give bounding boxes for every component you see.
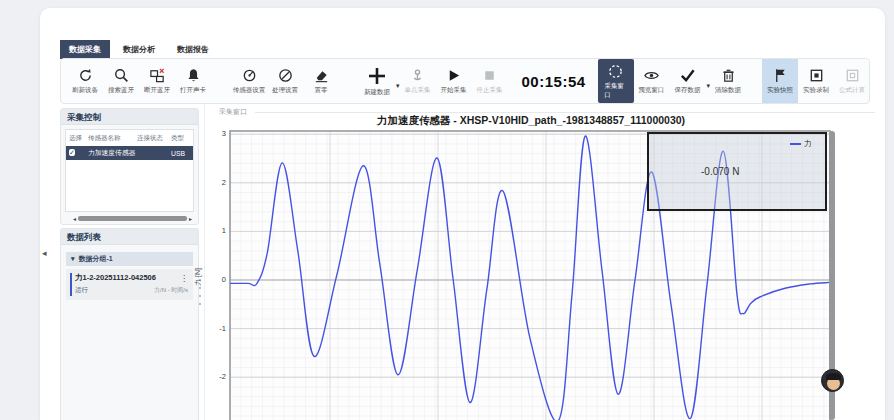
disconnect-bluetooth-button[interactable]: 断开蓝牙 (139, 59, 175, 103)
check-icon (678, 67, 697, 84)
col-select: 选择 (69, 134, 88, 143)
capture-control-panel: 采集控制 选择 传感器名称 连接状态 类型 ✓ 力加速度传感器 USB ◂ ▸ (60, 108, 199, 225)
eraser-icon (313, 67, 330, 84)
legend-label: 力 (804, 139, 812, 149)
y-tick-label: 1 (204, 226, 226, 235)
capture-control-header: 采集控制 (61, 109, 198, 125)
y-tick-label: -1 (204, 324, 226, 333)
y-axis-label: 力 [N] (193, 268, 203, 286)
edit-circle-icon (277, 67, 294, 84)
annotation-value: -0.070 N (701, 166, 739, 177)
flag-icon (772, 67, 789, 84)
data-list-header: 数据列表 (61, 229, 198, 245)
scroll-right-icon[interactable]: ▸ (189, 215, 192, 222)
record-icon (808, 67, 825, 84)
top-tab-bar: 数据采集 数据分析 数据报告 (60, 40, 218, 59)
y-tick-label: 3 (204, 129, 226, 138)
refresh-icon (77, 67, 94, 84)
stop-collect-button[interactable]: 停止采集 (472, 59, 508, 103)
new-data-group: 新建数据 ▾ (359, 59, 400, 103)
data-item-axes: 力/N - 时间/s (154, 286, 188, 295)
col-status: 连接状态 (137, 134, 171, 143)
sidebar-collapse-icon[interactable]: ◂ (42, 248, 47, 258)
y-tick-label: 0 (204, 275, 226, 284)
experiment-record-button[interactable]: 实验录制 (798, 59, 834, 103)
y-tick-label: -2 (204, 372, 226, 381)
play-icon (445, 67, 462, 84)
sensor-row[interactable]: ✓ 力加速度传感器 USB (66, 146, 193, 160)
touch-icon (409, 67, 426, 84)
avatar-hair-icon (826, 373, 841, 380)
data-list-item[interactable]: 力1-2-20251112-042506 ⋮ 运行 力/N - 时间/s (66, 269, 193, 300)
trash-icon (720, 67, 737, 84)
dashed-circle-icon (607, 63, 624, 80)
save-data-group: 保存数据 ▾ (670, 59, 711, 103)
bell-icon (185, 67, 202, 84)
col-type: 类型 (171, 134, 190, 143)
single-point-collect-button[interactable]: 单点采集 (400, 59, 436, 103)
chart-panel-rule (255, 112, 875, 113)
formula-icon (844, 67, 861, 84)
preview-window-button[interactable]: 预览窗口 (634, 59, 670, 103)
toolbar: 刷新设备 搜索蓝牙 断开蓝牙 打开声卡 传感器设置 处理设置 置零 新建数据 ▾… (60, 58, 870, 104)
tab-data-collect[interactable]: 数据采集 (60, 40, 110, 59)
new-data-button[interactable]: 新建数据 (359, 59, 395, 103)
disconnect-bluetooth-icon (149, 67, 166, 84)
open-soundcard-button[interactable]: 打开声卡 (175, 59, 211, 103)
legend-line-icon (790, 143, 801, 145)
plus-icon (366, 66, 388, 86)
chart-title: 力加速度传感器 - XHSP-V10HID_path_-1981348857_1… (231, 114, 831, 128)
sensor-checkbox[interactable]: ✓ (69, 149, 75, 156)
stop-icon (481, 67, 498, 84)
col-sensor-name: 传感器名称 (88, 134, 137, 143)
collect-timer: 00:15:54 (522, 73, 586, 90)
eye-icon (643, 67, 660, 84)
clear-data-button[interactable]: 清除数据 (710, 59, 746, 103)
sensor-settings-button[interactable]: 传感器设置 (231, 59, 267, 103)
processing-settings-button[interactable]: 处理设置 (267, 59, 303, 103)
scroll-left-icon[interactable]: ◂ (73, 215, 76, 222)
item-menu-icon[interactable]: ⋮ (180, 274, 188, 283)
caret-down-icon: ▾ (71, 255, 75, 263)
search-bluetooth-button[interactable]: 搜索蓝牙 (103, 59, 139, 103)
item-accent-bar (70, 273, 72, 296)
hscroll-thumb[interactable] (78, 216, 187, 221)
sensor-settings-icon (241, 67, 258, 84)
save-data-button[interactable]: 保存数据 (670, 59, 706, 103)
sensor-type: USB (171, 150, 190, 157)
collect-window-button[interactable]: 采集窗口 (598, 59, 634, 103)
data-group-row[interactable]: ▾ 数据分组-1 (66, 252, 193, 266)
data-group-label: 数据分组-1 (79, 254, 113, 264)
data-item-status: 运行 (75, 286, 88, 295)
tab-data-analysis[interactable]: 数据分析 (114, 40, 164, 59)
chart-legend: 力 (790, 139, 812, 149)
sensor-table-hscrollbar[interactable]: ◂ ▸ (73, 215, 192, 221)
formula-calc-button[interactable]: 公式计算 (834, 59, 870, 103)
experiment-snapshot-button[interactable]: 实验快照 (762, 59, 798, 103)
zero-set-button[interactable]: 置零 (303, 59, 339, 103)
sensor-name: 力加速度传感器 (88, 148, 137, 158)
start-collect-button[interactable]: 开始采集 (436, 59, 472, 103)
data-list-panel: 数据列表 ▾ 数据分组-1 力1-2-20251112-042506 ⋮ 运行 … (60, 228, 199, 420)
tab-data-report[interactable]: 数据报告 (168, 40, 218, 59)
sensor-table-header: 选择 传感器名称 连接状态 类型 (66, 130, 193, 146)
data-item-title: 力1-2-20251112-042506 (75, 273, 156, 283)
y-tick-label: 2 (204, 178, 226, 187)
refresh-device-button[interactable]: 刷新设备 (67, 59, 103, 103)
assistant-avatar-button[interactable] (821, 369, 844, 392)
search-icon (113, 67, 130, 84)
sensor-table: 选择 传感器名称 连接状态 类型 ✓ 力加速度传感器 USB (65, 129, 194, 212)
